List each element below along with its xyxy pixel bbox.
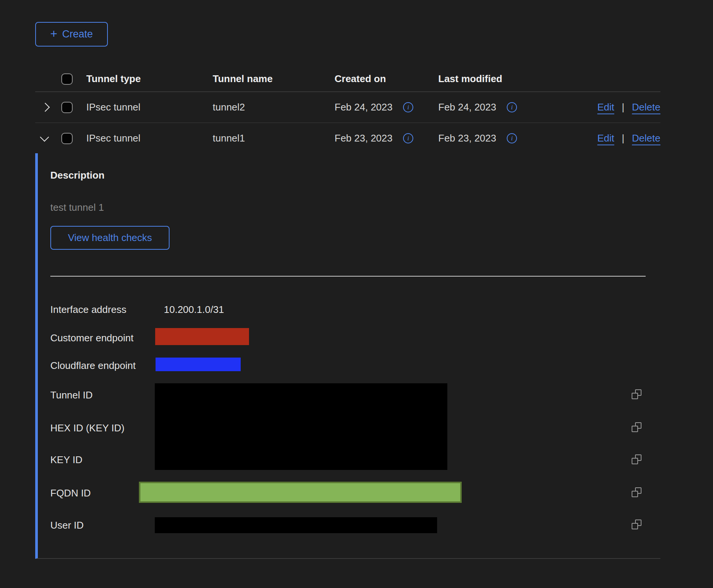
table-row-tunnel1: IPsec tunnel tunnel1 Feb 23, 2023 i Feb … xyxy=(35,123,660,154)
copy-icon-front xyxy=(632,523,638,529)
customer-endpoint-label: Customer endpoint xyxy=(50,332,134,344)
actions-separator: | xyxy=(622,101,624,113)
copy-icon-front xyxy=(632,393,638,399)
hex-id-label: HEX ID (KEY ID) xyxy=(50,422,125,434)
header-tunnel-name: Tunnel name xyxy=(213,73,335,85)
interface-address-label: Interface address xyxy=(50,304,126,316)
created-on-value: Feb 24, 2023 xyxy=(335,101,392,113)
fqdn-id-label: FQDN ID xyxy=(50,487,91,499)
table-header-row: Tunnel type Tunnel name Created on Last … xyxy=(35,66,660,92)
select-all-cell xyxy=(61,73,86,85)
created-on-cell: Feb 24, 2023 i xyxy=(335,101,438,113)
create-button-label: Create xyxy=(62,28,93,40)
header-tunnel-type: Tunnel type xyxy=(86,73,213,85)
tunnel-id-label: Tunnel ID xyxy=(50,389,93,401)
delete-link[interactable]: Delete xyxy=(632,101,660,113)
actions-separator: | xyxy=(622,132,624,144)
select-all-checkbox[interactable] xyxy=(61,73,73,85)
tunnel-type-cell: IPsec tunnel xyxy=(86,101,213,113)
table-row-tunnel2: IPsec tunnel tunnel2 Feb 24, 2023 i Feb … xyxy=(35,92,660,123)
row-checkbox[interactable] xyxy=(61,102,73,113)
section-divider xyxy=(50,276,646,277)
key-id-label: KEY ID xyxy=(50,454,83,466)
fqdn-id-redacted-value xyxy=(139,482,462,503)
tunnel-name-cell: tunnel2 xyxy=(213,101,335,113)
tunnels-page: + Create Tunnel type Tunnel name Created… xyxy=(0,0,713,588)
info-icon[interactable]: i xyxy=(403,102,413,112)
copy-icon[interactable] xyxy=(632,389,641,399)
chevron-right-icon[interactable] xyxy=(40,103,50,112)
actions-cell: Edit | Delete xyxy=(541,101,660,113)
copy-icon[interactable] xyxy=(632,520,641,529)
expander-cell xyxy=(35,104,61,110)
tunnels-table: Tunnel type Tunnel name Created on Last … xyxy=(35,66,660,154)
tunnel-name-cell: tunnel1 xyxy=(213,132,335,144)
copy-icon-front xyxy=(632,458,638,464)
edit-link[interactable]: Edit xyxy=(597,132,614,144)
last-modified-cell: Feb 23, 2023 i xyxy=(438,132,541,144)
copy-icon[interactable] xyxy=(632,487,641,497)
tunnel-detail-panel: Description test tunnel 1 View health ch… xyxy=(35,153,660,559)
customer-endpoint-redacted-value xyxy=(155,328,249,345)
cloudflare-endpoint-label: Cloudflare endpoint xyxy=(50,360,136,372)
tunnel-hex-key-ids-redacted-value xyxy=(155,383,447,470)
copy-icon-front xyxy=(632,426,638,432)
checkbox-cell xyxy=(61,133,86,144)
info-icon[interactable]: i xyxy=(507,133,517,143)
copy-icon[interactable] xyxy=(632,422,641,432)
header-created-on: Created on xyxy=(335,73,438,85)
expander-cell xyxy=(35,136,61,140)
create-button[interactable]: + Create xyxy=(35,22,108,47)
description-value: test tunnel 1 xyxy=(50,202,104,213)
edit-link[interactable]: Edit xyxy=(597,101,614,113)
info-icon[interactable]: i xyxy=(403,133,413,143)
plus-icon: + xyxy=(50,28,58,40)
user-id-label: User ID xyxy=(50,520,84,531)
copy-icon[interactable] xyxy=(632,454,641,464)
checkbox-cell xyxy=(61,102,86,113)
actions-cell: Edit | Delete xyxy=(541,132,660,144)
view-health-checks-button[interactable]: View health checks xyxy=(50,226,170,250)
header-last-modified: Last modified xyxy=(438,73,541,85)
delete-link[interactable]: Delete xyxy=(632,132,660,144)
created-on-value: Feb 23, 2023 xyxy=(335,132,392,144)
last-modified-value: Feb 23, 2023 xyxy=(438,132,496,144)
interface-address-value: 10.200.1.0/31 xyxy=(164,304,224,316)
last-modified-cell: Feb 24, 2023 i xyxy=(438,101,541,113)
tunnel-type-cell: IPsec tunnel xyxy=(86,132,213,144)
last-modified-value: Feb 24, 2023 xyxy=(438,101,496,113)
user-id-redacted-value xyxy=(155,517,437,533)
cloudflare-endpoint-redacted-value xyxy=(156,358,241,371)
created-on-cell: Feb 23, 2023 i xyxy=(335,132,438,144)
copy-icon-front xyxy=(632,491,638,497)
description-label: Description xyxy=(50,170,104,181)
info-icon[interactable]: i xyxy=(507,102,517,112)
row-checkbox[interactable] xyxy=(61,133,73,144)
chevron-down-icon[interactable] xyxy=(40,132,49,142)
